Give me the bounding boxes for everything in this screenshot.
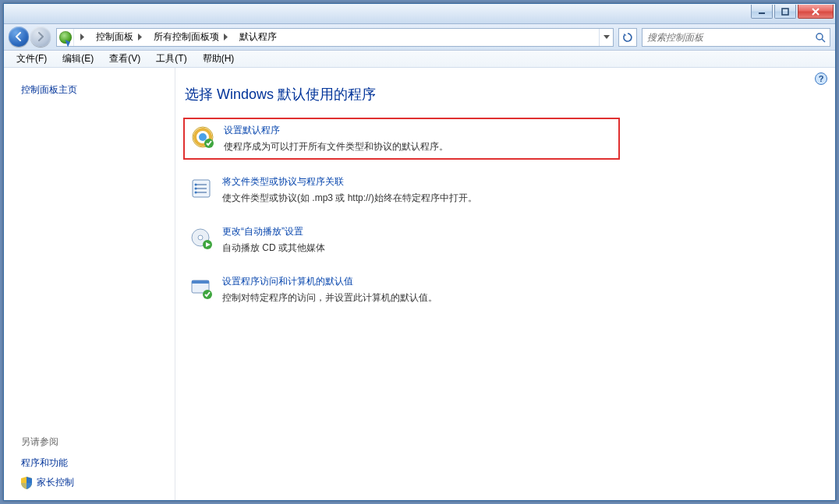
link-label: 程序和功能 [21,456,68,470]
option-desc: 自动播放 CD 或其他媒体 [222,241,325,255]
link-programs-and-features[interactable]: 程序和功能 [21,453,164,473]
default-programs-icon [191,125,214,149]
program-access-icon [189,277,213,300]
search-input[interactable] [646,31,814,44]
main-content: 选择 Windows 默认使用的程序 设置默认程序 使程序成为可以打开所有文件类… [175,68,835,500]
minimize-button[interactable] [751,5,773,19]
svg-rect-0 [759,12,765,14]
svg-point-2 [816,33,823,40]
menu-view[interactable]: 查看(V) [101,51,148,67]
menu-help[interactable]: 帮助(H) [195,51,242,67]
associate-icon [189,177,213,200]
back-button[interactable] [9,26,29,47]
breadcrumb-label: 控制面板 [96,30,133,44]
titlebar [4,4,835,24]
breadcrumb-seg-default-programs[interactable]: 默认程序 [233,29,282,46]
menubar: 文件(F) 编辑(E) 查看(V) 工具(T) 帮助(H) [4,51,835,68]
option-desc: 使程序成为可以打开所有文件类型和协议的默认程序。 [224,140,448,153]
option-set-default-programs[interactable]: 设置默认程序 使程序成为可以打开所有文件类型和协议的默认程序。 [183,118,620,160]
content-body: ? 控制面板主页 另请参阅 程序和功能 家长控制 选择 Windows 默认使用… [4,68,835,500]
breadcrumb-seg-all-items[interactable]: 所有控制面板项 [147,29,233,46]
maximize-button[interactable] [774,5,796,19]
option-associate-file-type[interactable]: 将文件类型或协议与程序关联 使文件类型或协议(如 .mp3 或 http://)… [183,171,620,210]
shield-icon [21,477,32,489]
svg-point-14 [195,184,197,186]
nav-buttons [9,26,51,48]
close-button[interactable] [798,5,834,19]
breadcrumb-seg-control-panel[interactable]: 控制面板 [90,29,147,46]
option-program-access-defaults[interactable]: 设置程序访问和计算机的默认值 控制对特定程序的访问，并设置此计算机的默认值。 [183,270,620,309]
refresh-button[interactable] [618,28,637,47]
option-title[interactable]: 设置程序访问和计算机的默认值 [222,275,437,288]
forward-button[interactable] [30,26,51,47]
control-panel-home-link[interactable]: 控制面板主页 [21,83,164,97]
breadcrumb-label: 所有控制面板项 [154,30,219,44]
autoplay-icon [189,227,213,250]
menu-file[interactable]: 文件(F) [9,51,55,67]
link-label: 家长控制 [37,476,74,489]
svg-rect-21 [192,280,209,284]
see-also-header: 另请参阅 [21,435,164,449]
svg-point-16 [195,192,197,194]
option-title[interactable]: 设置默认程序 [224,124,448,137]
option-autoplay-settings[interactable]: 更改“自动播放”设置 自动播放 CD 或其他媒体 [183,220,620,259]
link-parental-controls[interactable]: 家长控制 [21,473,164,492]
breadcrumb-label: 默认程序 [239,30,277,44]
search-box[interactable] [642,28,830,47]
breadcrumb-arrow-root[interactable] [74,29,90,46]
control-panel-icon [57,29,74,46]
address-bar: 控制面板 所有控制面板项 默认程序 [4,24,835,51]
search-icon [814,32,827,43]
svg-line-3 [822,39,825,42]
page-title: 选择 Windows 默认使用的程序 [185,85,816,104]
breadcrumb[interactable]: 控制面板 所有控制面板项 默认程序 [56,28,614,47]
option-title[interactable]: 更改“自动播放”设置 [222,225,325,238]
svg-point-15 [195,188,197,190]
sidebar: 控制面板主页 另请参阅 程序和功能 家长控制 [4,68,175,500]
option-desc: 控制对特定程序的访问，并设置此计算机的默认值。 [222,291,437,305]
svg-point-8 [199,133,207,141]
menu-edit[interactable]: 编辑(E) [55,51,101,67]
window-controls [751,4,835,19]
svg-point-18 [198,235,203,240]
breadcrumb-dropdown[interactable] [599,29,613,46]
option-title[interactable]: 将文件类型或协议与程序关联 [222,175,477,189]
option-desc: 使文件类型或协议(如 .mp3 或 http://)始终在特定程序中打开。 [222,192,477,205]
menu-tools[interactable]: 工具(T) [148,51,194,67]
svg-rect-1 [782,9,788,15]
control-panel-window: 控制面板 所有控制面板项 默认程序 [3,3,836,501]
